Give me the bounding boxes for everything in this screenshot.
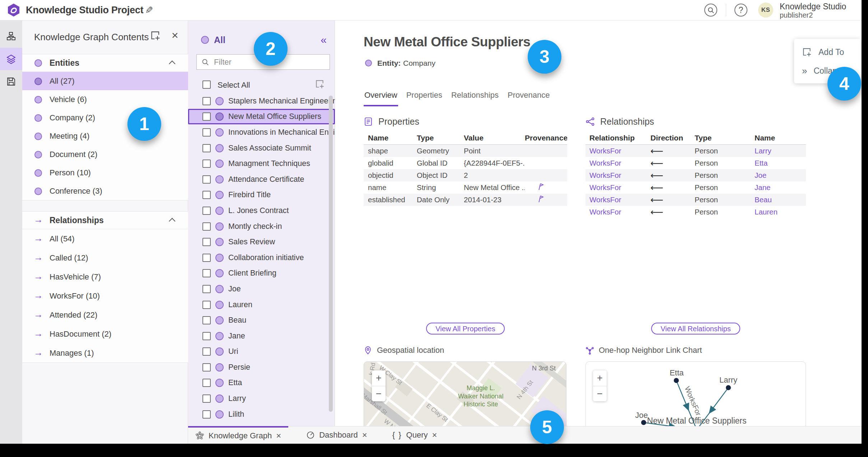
relationship-link[interactable]: WorksFor <box>589 159 650 167</box>
sidebar-relationship-item[interactable]: → WorksFor (10) <box>22 286 188 305</box>
node-dot[interactable] <box>641 420 646 425</box>
item-checkbox[interactable] <box>202 301 211 309</box>
rail-schema-button[interactable] <box>0 25 22 47</box>
relationship-link[interactable]: WorksFor <box>589 147 650 155</box>
entity-list-item[interactable]: Joe <box>188 281 335 297</box>
item-checkbox[interactable] <box>202 363 211 371</box>
provenance-flag-icon[interactable] <box>536 195 545 203</box>
related-entity-link[interactable]: Joe <box>755 171 806 180</box>
entity-list-item[interactable]: Sales Associate Summit <box>188 140 335 156</box>
entity-list-item[interactable]: Jane <box>188 328 335 344</box>
item-checkbox[interactable] <box>202 191 211 199</box>
item-checkbox[interactable] <box>202 207 211 215</box>
entity-list-item[interactable]: New Metal Office Suppliers <box>188 109 335 125</box>
entity-list-item[interactable]: Firebird Title <box>188 187 335 203</box>
related-entity-link[interactable]: Beau <box>755 195 806 204</box>
tab-provenance[interactable]: Provenance <box>507 91 550 106</box>
add-to-menu-item[interactable]: Add To <box>802 47 844 57</box>
item-checkbox[interactable] <box>202 97 211 105</box>
entity-list-item[interactable]: Uri <box>188 344 335 360</box>
relationship-link[interactable]: WorksFor <box>589 195 650 204</box>
related-entity-link[interactable]: Larry <box>755 147 806 155</box>
provenance-flag-icon[interactable] <box>536 183 545 191</box>
zoom-out-button[interactable]: − <box>372 386 386 402</box>
entity-list-item[interactable]: Lilith <box>188 406 335 422</box>
related-entity-link[interactable]: Lauren <box>755 208 806 216</box>
sidebar-entity-item[interactable]: All (27) <box>22 72 188 90</box>
item-checkbox[interactable] <box>202 175 211 184</box>
entity-list-item[interactable]: Lauren <box>188 297 335 313</box>
sidebar-relationship-item[interactable]: → HasVehicle (7) <box>22 267 188 286</box>
item-checkbox[interactable] <box>202 332 211 340</box>
tab-knowledge-graph[interactable]: Knowledge Graph × <box>188 426 288 444</box>
close-tab-icon[interactable]: × <box>362 430 367 440</box>
entity-list-item[interactable]: Beau <box>188 312 335 328</box>
help-button[interactable]: ? <box>734 4 747 17</box>
zoom-in-button[interactable]: + <box>593 370 607 386</box>
entities-header[interactable]: Entities <box>22 54 188 72</box>
node-dot[interactable] <box>726 385 731 390</box>
zoom-in-button[interactable]: + <box>372 370 386 386</box>
sidebar-relationship-item[interactable]: → Attended (22) <box>22 305 188 324</box>
entity-list-item[interactable]: Persie <box>188 359 335 375</box>
tab-relationships[interactable]: Relationships <box>451 91 499 106</box>
tab-query[interactable]: { } Query × <box>385 426 444 444</box>
close-tab-icon[interactable]: × <box>276 431 281 441</box>
select-all-checkbox[interactable] <box>202 80 211 89</box>
entity-list-item[interactable]: Montly check-in <box>188 218 335 234</box>
item-checkbox[interactable] <box>202 379 211 387</box>
relationship-link[interactable]: WorksFor <box>589 171 650 180</box>
item-checkbox[interactable] <box>202 285 211 293</box>
scrollbar-thumb[interactable] <box>329 96 333 412</box>
sidebar-entity-item[interactable]: Document (2) <box>22 145 188 163</box>
add-selection-to-map-button[interactable] <box>315 79 325 91</box>
related-entity-link[interactable]: Etta <box>755 159 806 167</box>
view-all-properties-button[interactable]: View All Properties <box>426 323 504 334</box>
item-checkbox[interactable] <box>202 112 211 121</box>
view-all-relationships-button[interactable]: View All Relationships <box>651 323 740 334</box>
entity-list-item[interactable]: Innovations in Mechanical Engin... <box>188 124 335 140</box>
chevron-up-icon[interactable] <box>169 60 175 67</box>
item-checkbox[interactable] <box>202 238 211 246</box>
item-checkbox[interactable] <box>202 144 211 152</box>
item-checkbox[interactable] <box>202 410 211 419</box>
entity-list-item[interactable]: Attendance Certificate <box>188 171 335 187</box>
entity-list-item[interactable]: Larry <box>188 391 335 406</box>
related-entity-link[interactable]: Jane <box>755 183 806 192</box>
expand-rail-icon[interactable]: » <box>5 443 11 444</box>
sidebar-entity-item[interactable]: Conference (3) <box>22 182 188 200</box>
entity-list-item[interactable]: Client Briefing <box>188 266 335 281</box>
zoom-out-button[interactable]: − <box>593 386 607 402</box>
item-checkbox[interactable] <box>202 269 211 277</box>
chevron-up-icon[interactable] <box>169 218 175 224</box>
edit-title-icon[interactable]: ✎ <box>145 5 153 16</box>
node-dot[interactable] <box>674 378 679 383</box>
item-checkbox[interactable] <box>202 316 211 324</box>
sidebar-entity-item[interactable]: Vehicle (6) <box>22 90 188 109</box>
sidebar-relationship-item[interactable]: → HasDocument (2) <box>22 324 188 343</box>
collapse-panel-icon[interactable]: « <box>321 34 327 46</box>
sidebar-relationship-item[interactable]: → All (54) <box>22 229 188 248</box>
sidebar-relationship-item[interactable]: → Called (12) <box>22 248 188 267</box>
sidebar-entity-item[interactable]: Meeting (4) <box>22 127 188 145</box>
tab-dashboard[interactable]: Dashboard × <box>299 426 374 444</box>
item-checkbox[interactable] <box>202 254 211 262</box>
avatar[interactable]: KS <box>758 3 773 18</box>
item-checkbox[interactable] <box>202 160 211 168</box>
rail-save-button[interactable] <box>0 70 22 93</box>
relationship-link[interactable]: WorksFor <box>589 183 650 192</box>
close-panel-icon[interactable]: × <box>172 29 178 42</box>
entity-list-item[interactable]: Staplers Mechanical Engineering <box>188 93 335 109</box>
entity-list-item[interactable]: Managment Techniques <box>188 156 335 171</box>
add-to-map-button[interactable] <box>150 30 161 42</box>
item-checkbox[interactable] <box>202 394 211 403</box>
search-button[interactable] <box>704 4 717 17</box>
entity-list-item[interactable]: Etta <box>188 375 335 391</box>
tab-properties[interactable]: Properties <box>406 91 443 106</box>
close-tab-icon[interactable]: × <box>432 430 437 440</box>
rail-layers-button[interactable] <box>0 48 22 70</box>
item-checkbox[interactable] <box>202 128 211 137</box>
item-checkbox[interactable] <box>202 222 211 231</box>
item-checkbox[interactable] <box>202 347 211 356</box>
entity-list-item[interactable]: L. Jones Contract <box>188 203 335 218</box>
